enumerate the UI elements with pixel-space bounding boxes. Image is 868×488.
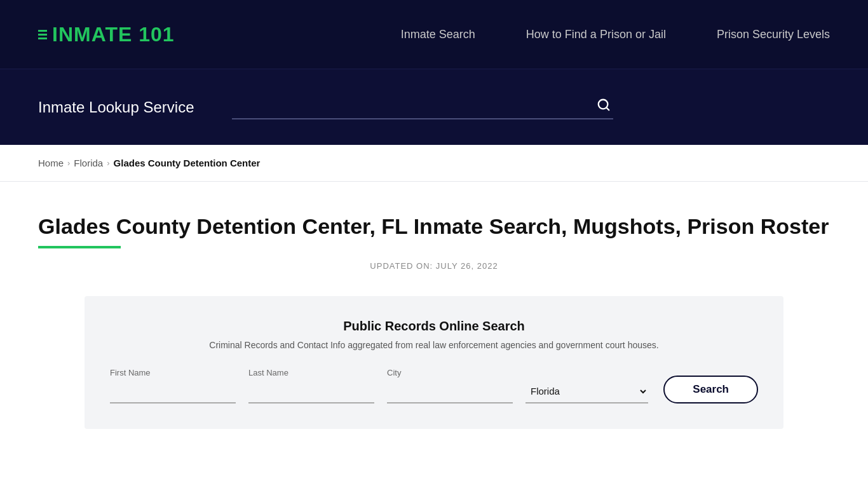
breadcrumb-chevron-2: › <box>107 158 109 168</box>
city-input[interactable] <box>387 381 513 403</box>
last-name-input[interactable] <box>248 381 374 403</box>
search-input[interactable] <box>232 95 613 118</box>
logo[interactable]: INMATE 101 <box>38 23 175 46</box>
nav-inmate-search[interactable]: Inmate Search <box>401 28 475 41</box>
nav-how-to-find[interactable]: How to Find a Prison or Jail <box>526 28 666 41</box>
updated-date: UPDATED ON: JULY 26, 2022 <box>38 261 830 271</box>
top-navigation: INMATE 101 Inmate Search How to Find a P… <box>0 0 868 69</box>
breadcrumb-state[interactable]: Florida <box>74 158 103 168</box>
title-underline <box>38 246 121 248</box>
logo-text: INMATE 101 <box>52 23 175 46</box>
search-card: Public Records Online Search Criminal Re… <box>85 296 783 429</box>
breadcrumb-current: Glades County Detention Center <box>114 158 261 168</box>
search-button[interactable]: Search <box>663 376 758 403</box>
city-field: City <box>387 368 513 403</box>
search-card-desc: Criminal Records and Contact Info aggreg… <box>110 340 758 350</box>
logo-bars-icon <box>38 30 47 39</box>
search-label: Inmate Lookup Service <box>38 98 194 116</box>
state-select[interactable]: AlabamaAlaskaArizonaArkansasCaliforniaCo… <box>526 380 648 403</box>
search-icon <box>597 98 611 112</box>
svg-line-1 <box>607 107 609 110</box>
breadcrumb: Home › Florida › Glades County Detention… <box>38 158 830 168</box>
nav-security-levels[interactable]: Prison Security Levels <box>717 28 830 41</box>
nav-links: Inmate Search How to Find a Prison or Ja… <box>401 28 830 41</box>
first-name-field: First Name <box>110 368 236 403</box>
last-name-field: Last Name <box>248 368 374 403</box>
last-name-label: Last Name <box>248 368 374 377</box>
search-input-wrapper <box>232 95 613 119</box>
breadcrumb-section: Home › Florida › Glades County Detention… <box>0 145 868 182</box>
first-name-input[interactable] <box>110 381 236 403</box>
first-name-label: First Name <box>110 368 236 377</box>
state-field: AlabamaAlaskaArizonaArkansasCaliforniaCo… <box>526 376 648 403</box>
search-icon-button[interactable] <box>594 95 613 118</box>
page-title: Glades County Detention Center, FL Inmat… <box>38 214 830 240</box>
breadcrumb-home[interactable]: Home <box>38 158 64 168</box>
main-content: Glades County Detention Center, FL Inmat… <box>0 182 868 454</box>
city-label: City <box>387 368 513 377</box>
search-form: First Name Last Name City AlabamaAlaskaA… <box>110 368 758 403</box>
search-card-title: Public Records Online Search <box>110 319 758 334</box>
breadcrumb-chevron-1: › <box>67 158 70 168</box>
search-bar-section: Inmate Lookup Service <box>0 69 868 145</box>
